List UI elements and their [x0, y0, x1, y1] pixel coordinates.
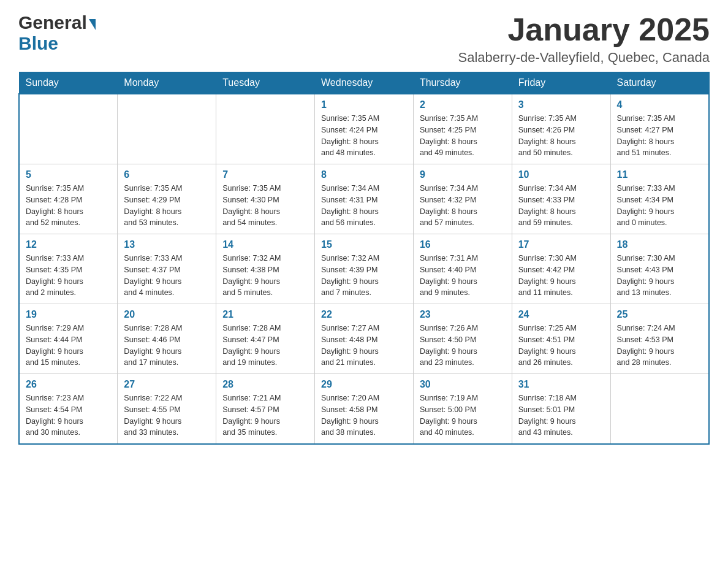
page-header: General Blue January 2025 Salaberry-de-V…	[18, 12, 710, 66]
calendar-cell: 13Sunrise: 7:33 AM Sunset: 4:37 PM Dayli…	[118, 234, 216, 304]
calendar-cell: 24Sunrise: 7:25 AM Sunset: 4:51 PM Dayli…	[512, 304, 610, 374]
weekday-header-monday: Monday	[118, 72, 216, 94]
weekday-header-row: SundayMondayTuesdayWednesdayThursdayFrid…	[19, 72, 709, 94]
calendar-table: SundayMondayTuesdayWednesdayThursdayFrid…	[18, 72, 710, 445]
calendar-cell: 22Sunrise: 7:27 AM Sunset: 4:48 PM Dayli…	[315, 304, 414, 374]
calendar-cell	[610, 374, 709, 445]
calendar-week-row: 12Sunrise: 7:33 AM Sunset: 4:35 PM Dayli…	[19, 234, 709, 304]
day-info: Sunrise: 7:35 AM Sunset: 4:26 PM Dayligh…	[518, 113, 604, 159]
calendar-cell: 3Sunrise: 7:35 AM Sunset: 4:26 PM Daylig…	[512, 94, 610, 164]
day-info: Sunrise: 7:32 AM Sunset: 4:39 PM Dayligh…	[321, 253, 407, 299]
day-number: 28	[222, 379, 308, 390]
calendar-cell: 8Sunrise: 7:34 AM Sunset: 4:31 PM Daylig…	[315, 164, 414, 234]
weekday-header-sunday: Sunday	[19, 72, 118, 94]
day-info: Sunrise: 7:22 AM Sunset: 4:55 PM Dayligh…	[124, 393, 210, 439]
calendar-cell: 26Sunrise: 7:23 AM Sunset: 4:54 PM Dayli…	[19, 374, 118, 445]
day-info: Sunrise: 7:33 AM Sunset: 4:37 PM Dayligh…	[124, 253, 210, 299]
calendar-cell: 7Sunrise: 7:35 AM Sunset: 4:30 PM Daylig…	[216, 164, 315, 234]
day-number: 12	[26, 239, 111, 250]
calendar-cell	[118, 94, 216, 164]
day-info: Sunrise: 7:33 AM Sunset: 4:34 PM Dayligh…	[617, 183, 702, 229]
calendar-cell: 18Sunrise: 7:30 AM Sunset: 4:43 PM Dayli…	[610, 234, 709, 304]
day-info: Sunrise: 7:27 AM Sunset: 4:48 PM Dayligh…	[321, 323, 407, 369]
logo: General Blue	[18, 12, 96, 54]
day-number: 5	[26, 169, 111, 180]
day-number: 19	[26, 309, 111, 320]
calendar-cell: 11Sunrise: 7:33 AM Sunset: 4:34 PM Dayli…	[610, 164, 709, 234]
day-number: 24	[518, 309, 604, 320]
day-info: Sunrise: 7:35 AM Sunset: 4:28 PM Dayligh…	[26, 183, 111, 229]
weekday-header-friday: Friday	[512, 72, 610, 94]
calendar-cell: 12Sunrise: 7:33 AM Sunset: 4:35 PM Dayli…	[19, 234, 118, 304]
day-number: 6	[124, 169, 210, 180]
day-info: Sunrise: 7:31 AM Sunset: 4:40 PM Dayligh…	[420, 253, 506, 299]
calendar-cell: 14Sunrise: 7:32 AM Sunset: 4:38 PM Dayli…	[216, 234, 315, 304]
calendar-week-row: 1Sunrise: 7:35 AM Sunset: 4:24 PM Daylig…	[19, 94, 709, 164]
weekday-header-saturday: Saturday	[610, 72, 709, 94]
weekday-header-thursday: Thursday	[413, 72, 512, 94]
calendar-cell: 21Sunrise: 7:28 AM Sunset: 4:47 PM Dayli…	[216, 304, 315, 374]
day-info: Sunrise: 7:35 AM Sunset: 4:29 PM Dayligh…	[124, 183, 210, 229]
day-info: Sunrise: 7:35 AM Sunset: 4:24 PM Dayligh…	[321, 113, 407, 159]
day-info: Sunrise: 7:34 AM Sunset: 4:33 PM Dayligh…	[518, 183, 604, 229]
day-number: 4	[617, 99, 702, 110]
day-info: Sunrise: 7:30 AM Sunset: 4:43 PM Dayligh…	[617, 253, 702, 299]
day-number: 11	[617, 169, 702, 180]
day-number: 30	[420, 379, 506, 390]
day-number: 22	[321, 309, 407, 320]
day-number: 18	[617, 239, 702, 250]
day-info: Sunrise: 7:25 AM Sunset: 4:51 PM Dayligh…	[518, 323, 604, 369]
day-info: Sunrise: 7:32 AM Sunset: 4:38 PM Dayligh…	[222, 253, 308, 299]
day-number: 2	[420, 99, 506, 110]
calendar-cell	[216, 94, 315, 164]
day-info: Sunrise: 7:26 AM Sunset: 4:50 PM Dayligh…	[420, 323, 506, 369]
weekday-header-wednesday: Wednesday	[315, 72, 414, 94]
day-number: 31	[518, 379, 604, 390]
day-info: Sunrise: 7:35 AM Sunset: 4:25 PM Dayligh…	[420, 113, 506, 159]
title-block: January 2025 Salaberry-de-Valleyfield, Q…	[458, 12, 710, 66]
month-title: January 2025	[458, 12, 710, 47]
day-info: Sunrise: 7:33 AM Sunset: 4:35 PM Dayligh…	[26, 253, 111, 299]
day-number: 16	[420, 239, 506, 250]
calendar-week-row: 19Sunrise: 7:29 AM Sunset: 4:44 PM Dayli…	[19, 304, 709, 374]
day-number: 14	[222, 239, 308, 250]
calendar-cell: 29Sunrise: 7:20 AM Sunset: 4:58 PM Dayli…	[315, 374, 414, 445]
logo-general-text: General	[18, 12, 87, 33]
calendar-cell: 4Sunrise: 7:35 AM Sunset: 4:27 PM Daylig…	[610, 94, 709, 164]
day-number: 23	[420, 309, 506, 320]
day-number: 26	[26, 379, 111, 390]
day-number: 21	[222, 309, 308, 320]
day-number: 7	[222, 169, 308, 180]
day-info: Sunrise: 7:21 AM Sunset: 4:57 PM Dayligh…	[222, 393, 308, 439]
calendar-cell: 15Sunrise: 7:32 AM Sunset: 4:39 PM Dayli…	[315, 234, 414, 304]
weekday-header-tuesday: Tuesday	[216, 72, 315, 94]
day-number: 27	[124, 379, 210, 390]
calendar-cell: 17Sunrise: 7:30 AM Sunset: 4:42 PM Dayli…	[512, 234, 610, 304]
day-number: 15	[321, 239, 407, 250]
day-info: Sunrise: 7:35 AM Sunset: 4:27 PM Dayligh…	[617, 113, 702, 159]
day-number: 9	[420, 169, 506, 180]
day-info: Sunrise: 7:23 AM Sunset: 4:54 PM Dayligh…	[26, 393, 111, 439]
calendar-week-row: 5Sunrise: 7:35 AM Sunset: 4:28 PM Daylig…	[19, 164, 709, 234]
calendar-cell: 30Sunrise: 7:19 AM Sunset: 5:00 PM Dayli…	[413, 374, 512, 445]
day-number: 25	[617, 309, 702, 320]
logo-blue-text: Blue	[18, 33, 58, 53]
calendar-cell: 25Sunrise: 7:24 AM Sunset: 4:53 PM Dayli…	[610, 304, 709, 374]
calendar-cell: 23Sunrise: 7:26 AM Sunset: 4:50 PM Dayli…	[413, 304, 512, 374]
day-number: 20	[124, 309, 210, 320]
day-info: Sunrise: 7:34 AM Sunset: 4:31 PM Dayligh…	[321, 183, 407, 229]
day-number: 13	[124, 239, 210, 250]
day-info: Sunrise: 7:29 AM Sunset: 4:44 PM Dayligh…	[26, 323, 111, 369]
location-subtitle: Salaberry-de-Valleyfield, Quebec, Canada	[458, 50, 710, 66]
day-info: Sunrise: 7:34 AM Sunset: 4:32 PM Dayligh…	[420, 183, 506, 229]
day-info: Sunrise: 7:35 AM Sunset: 4:30 PM Dayligh…	[222, 183, 308, 229]
calendar-cell: 27Sunrise: 7:22 AM Sunset: 4:55 PM Dayli…	[118, 374, 216, 445]
calendar-cell: 6Sunrise: 7:35 AM Sunset: 4:29 PM Daylig…	[118, 164, 216, 234]
calendar-week-row: 26Sunrise: 7:23 AM Sunset: 4:54 PM Dayli…	[19, 374, 709, 445]
calendar-cell: 9Sunrise: 7:34 AM Sunset: 4:32 PM Daylig…	[413, 164, 512, 234]
day-number: 1	[321, 99, 407, 110]
day-info: Sunrise: 7:18 AM Sunset: 5:01 PM Dayligh…	[518, 393, 604, 439]
day-number: 10	[518, 169, 604, 180]
day-info: Sunrise: 7:19 AM Sunset: 5:00 PM Dayligh…	[420, 393, 506, 439]
calendar-cell: 2Sunrise: 7:35 AM Sunset: 4:25 PM Daylig…	[413, 94, 512, 164]
